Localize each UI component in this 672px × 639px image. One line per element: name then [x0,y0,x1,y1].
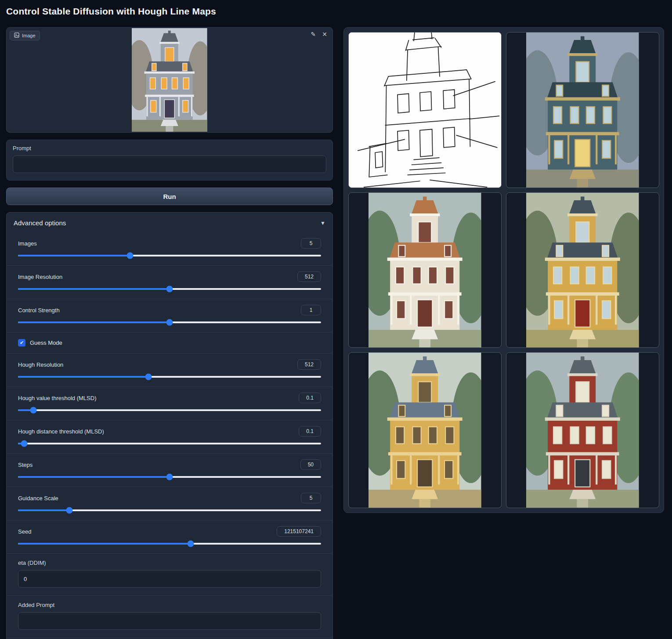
slider-control-strength: Control Strength 1 [7,299,332,332]
eta-label: eta (DDIM) [18,560,321,566]
slider-value-input[interactable]: 512 [297,359,321,370]
slider-label: Images [18,240,37,247]
image-label-tag: Image [10,31,40,40]
close-icon[interactable]: ✕ [322,31,327,37]
page-title: Control Stable Diffusion with Hough Line… [6,6,216,17]
slider-track[interactable] [18,443,321,444]
advanced-options-panel: Advanced options ▼ Images 5 Image Resolu… [6,212,333,639]
guess-mode-checkbox[interactable]: ✔ [18,339,25,347]
slider-track[interactable] [18,255,321,256]
image-icon [14,32,19,39]
slider-thumb[interactable] [66,507,73,514]
result-image [526,193,639,348]
slider-value-input[interactable]: 512 [297,271,321,282]
image-actions: ✎ ✕ [311,31,327,37]
advanced-title: Advanced options [14,219,66,227]
advanced-accordion-header[interactable]: Advanced options ▼ [7,213,332,232]
result-gallery [343,27,664,513]
slider-thumb[interactable] [30,407,36,414]
slider-thumb[interactable] [166,319,173,326]
edit-icon[interactable]: ✎ [311,31,316,37]
run-button[interactable]: Run [6,188,333,205]
image-upload[interactable]: Image ✎ ✕ [6,27,333,133]
slider-value-input[interactable]: 1 [301,305,321,315]
slider-track[interactable] [18,376,321,378]
slider-thumb[interactable] [166,286,173,292]
slider-fill [18,376,148,378]
slider-value-input[interactable]: 5 [301,238,321,249]
gallery-item-1[interactable] [506,32,659,188]
input-house-photo [132,28,207,132]
slider-label: Hough Resolution [18,361,63,368]
slider-label: Steps [18,462,33,468]
app-window: Control Stable Diffusion with Hough Line… [0,0,672,639]
slider-label: Image Resolution [18,274,62,280]
gallery-item-2[interactable] [348,192,502,348]
slider-value-input[interactable]: 0.1 [299,393,321,403]
slider-thumb[interactable] [127,253,134,259]
slider-guidance-scale: Guidance Scale 5 [7,487,332,520]
result-image [369,353,481,508]
slider-hough-distance-threshold: Hough distance threshold (MLSD) 0.1 [7,420,332,453]
eta-input[interactable] [18,570,321,588]
slider-fill [18,255,130,256]
slider-track[interactable] [18,476,321,478]
guess-mode-label: Guess Mode [30,339,62,346]
added-prompt-field: Added Prompt [7,596,332,638]
slider-hough-resolution: Hough Resolution 512 [7,353,332,386]
result-image [369,193,481,348]
hough-line-map-image [349,32,501,188]
slider-value-input[interactable]: 1215107241 [277,526,321,537]
slider-seed: Seed 1215107241 [7,520,332,553]
prompt-block: Prompt [6,140,333,181]
slider-label: Hough value threshold (MLSD) [18,395,96,401]
gallery-item-3[interactable] [506,192,659,348]
slider-track[interactable] [18,409,321,411]
guess-mode-row: ✔ Guess Mode [7,332,332,353]
slider-track[interactable] [18,543,321,545]
slider-fill [18,543,191,545]
slider-value-input[interactable]: 50 [300,459,321,470]
slider-fill [18,476,170,478]
slider-fill [18,321,170,323]
gallery-item-hough-map[interactable] [348,32,502,188]
slider-steps: Steps 50 [7,453,332,487]
gallery-item-5[interactable] [506,352,659,508]
slider-label: Hough distance threshold (MLSD) [18,428,104,435]
slider-hough-value-threshold: Hough value threshold (MLSD) 0.1 [7,386,332,420]
slider-images: Images 5 [7,232,332,265]
eta-field: eta (DDIM) [7,553,332,596]
slider-fill [18,509,69,511]
prompt-input[interactable] [13,155,326,173]
result-image [526,32,639,188]
chevron-down-icon[interactable]: ▼ [320,220,325,226]
slider-image-resolution: Image Resolution 512 [7,265,332,299]
slider-value-input[interactable]: 0.1 [299,426,321,437]
added-prompt-label: Added Prompt [18,602,321,608]
prompt-label: Prompt [13,145,326,152]
result-image [526,353,639,508]
slider-thumb[interactable] [188,541,194,547]
slider-thumb[interactable] [145,374,152,380]
slider-thumb[interactable] [166,474,173,480]
slider-thumb[interactable] [21,440,27,447]
slider-track[interactable] [18,321,321,323]
slider-value-input[interactable]: 5 [301,493,321,503]
slider-track[interactable] [18,509,321,511]
slider-fill [18,288,170,290]
image-label: Image [22,33,36,38]
slider-track[interactable] [18,288,321,290]
controls-column: Image ✎ ✕ [6,27,333,639]
gallery-item-4[interactable] [348,352,502,508]
added-prompt-input[interactable] [18,612,321,630]
slider-label: Control Strength [18,307,60,314]
slider-label: Guidance Scale [18,495,58,502]
slider-label: Seed [18,528,31,535]
